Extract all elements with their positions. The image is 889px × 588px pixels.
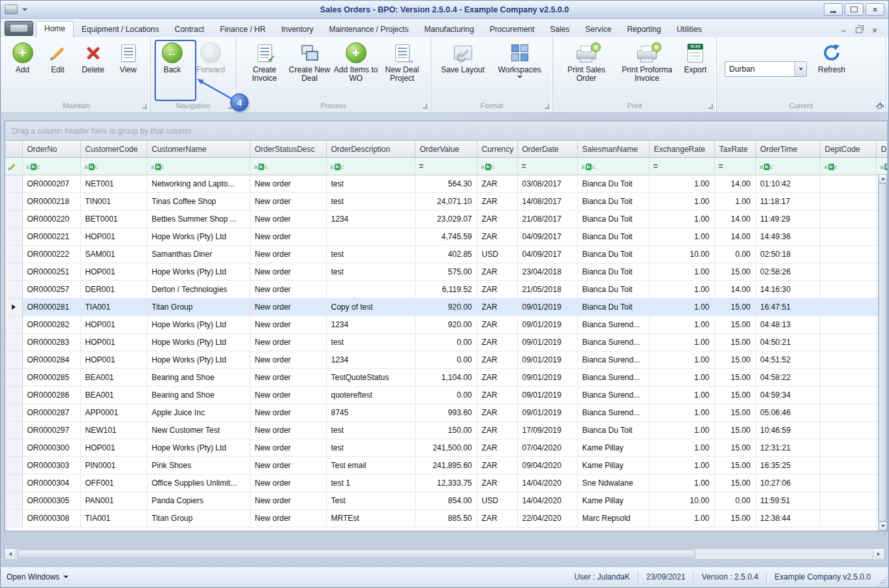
cell[interactable]: Bianca Du Toit — [577, 246, 649, 263]
cell[interactable]: 575.00 — [415, 263, 477, 281]
cell[interactable]: 150.00 — [415, 422, 477, 439]
cell[interactable]: 03/08/2017 — [517, 175, 577, 193]
cell[interactable]: HOP001 — [80, 334, 147, 351]
cell[interactable] — [820, 334, 876, 351]
cell[interactable]: ZAR — [477, 351, 517, 369]
cell[interactable]: 01:10:42 — [755, 175, 820, 193]
cell[interactable]: 1.00 — [649, 263, 714, 281]
mdi-restore-icon[interactable] — [854, 25, 864, 35]
dialog-launcher-icon[interactable] — [423, 104, 427, 109]
back-button[interactable]: ← Back — [153, 39, 191, 99]
forward-button[interactable]: → Forward — [192, 39, 230, 99]
cell[interactable]: Tinas Coffee Shop — [147, 193, 250, 211]
cell[interactable]: New order — [250, 175, 326, 193]
cell[interactable]: 854.00 — [415, 492, 477, 510]
cell[interactable]: PIN0001 — [80, 457, 147, 475]
cell[interactable]: 15.00 — [714, 351, 755, 369]
cell[interactable]: ZAR — [477, 211, 517, 228]
cell[interactable]: 07/04/2020 — [517, 439, 577, 457]
cell[interactable]: OR0000285 — [22, 369, 80, 387]
cell[interactable] — [820, 263, 876, 281]
cell[interactable]: Bianca Surend... — [577, 369, 649, 387]
cell[interactable]: TIA001 — [80, 510, 147, 527]
cell[interactable]: 920.00 — [415, 299, 477, 316]
cell[interactable]: 10:27:06 — [755, 475, 820, 492]
dialog-launcher-icon[interactable] — [545, 104, 549, 109]
cell[interactable]: Kame Pillay — [577, 439, 649, 457]
cell[interactable]: ZAR — [477, 334, 517, 351]
minimize-button[interactable] — [824, 3, 843, 16]
cell[interactable]: 241,500.00 — [415, 439, 477, 457]
cell[interactable]: 04:59:34 — [755, 387, 820, 404]
cell[interactable]: 04:50:21 — [755, 334, 820, 351]
cell[interactable]: Hope Works (Pty) Ltd — [147, 334, 250, 351]
cell[interactable]: Hope Works (Pty) Ltd — [147, 316, 250, 334]
cell[interactable]: New order — [250, 351, 326, 369]
cell[interactable]: 16:47:51 — [755, 299, 820, 316]
cell[interactable]: 15.00 — [714, 316, 755, 334]
filter-cell-exchangerate[interactable]: = — [649, 158, 714, 175]
maximize-button[interactable] — [845, 3, 864, 16]
tab-maintenance-projects[interactable]: Maintenance / Projects — [322, 22, 417, 37]
cell[interactable]: OR0000304 — [22, 475, 80, 492]
column-header-customername[interactable]: CustomerName — [147, 141, 250, 158]
add-items-to-wo-button[interactable]: + Add Items to WO — [333, 39, 380, 99]
column-header-ordertime[interactable]: OrderTime — [755, 141, 820, 158]
cell[interactable]: TestQuoteStatus — [326, 369, 415, 387]
current-location-combobox[interactable]: Durban — [725, 61, 807, 77]
cell[interactable] — [820, 228, 876, 246]
cell[interactable]: OR0000257 — [22, 281, 80, 299]
cell[interactable]: OR0000303 — [22, 457, 80, 475]
cell[interactable] — [820, 422, 876, 439]
print-proforma-invoice-button[interactable]: ? Print Proforma Invoice — [617, 39, 677, 99]
tab-service[interactable]: Service — [577, 22, 619, 37]
cell[interactable]: 09/01/2019 — [517, 369, 577, 387]
cell[interactable]: 23,029.07 — [415, 211, 477, 228]
cell[interactable]: 564.30 — [415, 175, 477, 193]
cell[interactable]: 10.00 — [649, 492, 714, 510]
cell[interactable]: 402.85 — [415, 246, 477, 263]
cell[interactable]: New order — [250, 316, 326, 334]
cell[interactable]: New order — [250, 299, 326, 316]
cell[interactable] — [820, 299, 876, 316]
cell[interactable]: ZAR — [477, 439, 517, 457]
cell[interactable]: Panda Copiers — [147, 492, 250, 510]
cell[interactable]: 1.00 — [649, 404, 714, 422]
horizontal-scrollbar[interactable] — [5, 548, 884, 560]
cell[interactable]: 10.00 — [649, 246, 714, 263]
cell[interactable]: 23/04/2018 — [517, 263, 577, 281]
save-layout-button[interactable]: Save Layout — [436, 39, 490, 99]
cell[interactable]: 04/09/2017 — [517, 228, 577, 246]
create-invoice-button[interactable]: ✓ Create Invoice — [243, 39, 287, 99]
cell[interactable]: ZAR — [477, 475, 517, 492]
cell[interactable]: OR0000308 — [22, 510, 80, 527]
horizontal-scrollbar-thumb[interactable] — [18, 550, 695, 559]
horizontal-scrollbar-track[interactable] — [16, 549, 873, 559]
cell[interactable]: ZAR — [477, 193, 517, 211]
cell[interactable]: New order — [250, 334, 326, 351]
cell[interactable]: TIN001 — [80, 193, 147, 211]
filter-cell-orderno[interactable]: abc — [22, 158, 80, 175]
cell[interactable]: 0.00 — [415, 387, 477, 404]
cell[interactable]: 4,745.59 — [415, 228, 477, 246]
cell[interactable]: 12:31:21 — [755, 439, 820, 457]
cell[interactable] — [326, 281, 415, 299]
column-header-d[interactable]: D — [876, 141, 887, 158]
cell[interactable]: 04:51:52 — [755, 351, 820, 369]
cell[interactable]: PAN001 — [80, 492, 147, 510]
application-button[interactable] — [5, 21, 33, 36]
dialog-launcher-icon[interactable] — [142, 104, 147, 109]
cell[interactable]: ZAR — [477, 457, 517, 475]
cell[interactable]: Bianca Surend... — [577, 334, 649, 351]
cell[interactable]: 02:50:18 — [755, 246, 820, 263]
cell[interactable]: Bianca Du Toit — [577, 299, 649, 316]
cell[interactable]: Betties Summer Shop ... — [147, 211, 250, 228]
cell[interactable]: 15.00 — [714, 299, 755, 316]
cell[interactable]: 09/01/2019 — [517, 387, 577, 404]
cell[interactable]: Office Supplies Unlimit... — [147, 475, 250, 492]
cell[interactable]: 14.00 — [714, 211, 755, 228]
filter-cell-ordertime[interactable]: abc — [755, 158, 820, 175]
tab-equipment-locations[interactable]: Equipment / Locations — [74, 22, 167, 37]
cell[interactable]: Bianca Du Toit — [577, 281, 649, 299]
cell[interactable]: 1.00 — [649, 422, 714, 439]
